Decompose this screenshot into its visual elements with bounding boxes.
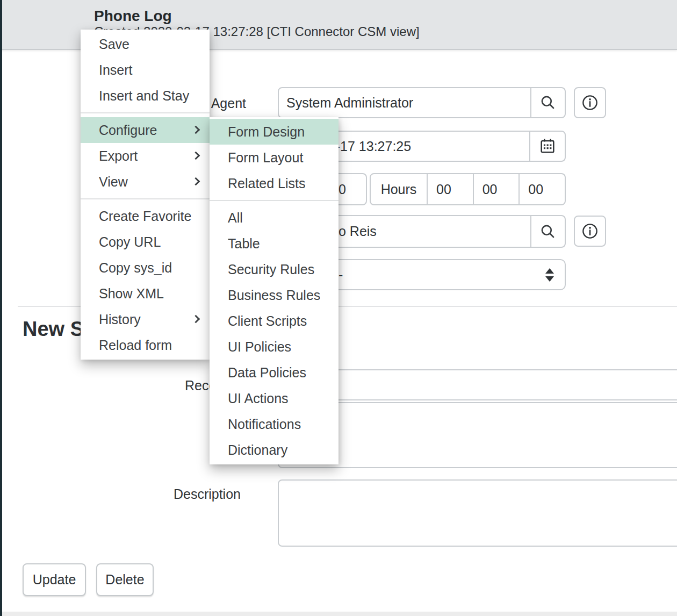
duration-seconds-field[interactable]: 00: [518, 174, 565, 204]
agent-reference-field[interactable]: System Administrator: [278, 87, 566, 118]
search-icon: [539, 94, 557, 111]
submenu-item-client-scripts[interactable]: Client Scripts: [210, 308, 338, 334]
page-title: Phone Log: [94, 8, 172, 25]
description-field-label: Description: [139, 486, 241, 502]
submenu-item-ui-actions[interactable]: UI Actions: [210, 385, 338, 411]
submenu-item-form-design[interactable]: Form Design: [210, 119, 338, 145]
menu-item-history[interactable]: History: [81, 306, 210, 332]
app-frame-edge: [0, 0, 2, 616]
duration-time-group: Hours 00 00 00: [370, 173, 566, 205]
description-textarea[interactable]: [278, 479, 677, 547]
menu-item-insert-and-stay[interactable]: Insert and Stay: [81, 83, 210, 109]
chevron-right-icon: [192, 315, 200, 324]
update-button[interactable]: Update: [23, 563, 86, 596]
duration-minutes-field[interactable]: 00: [473, 174, 519, 204]
menu-item-copy-url[interactable]: Copy URL: [81, 229, 210, 255]
search-icon: [539, 223, 557, 240]
menu-item-show-xml[interactable]: Show XML: [81, 281, 210, 306]
agent-field-value[interactable]: System Administrator: [279, 88, 530, 117]
menu-item-create-favorite[interactable]: Create Favorite: [81, 203, 210, 229]
configure-submenu: Form Design Form Layout Related Lists Al…: [210, 117, 338, 464]
hours-label: Hours: [371, 174, 427, 204]
menu-separator: [210, 200, 338, 201]
contact-preview-button[interactable]: [574, 216, 606, 247]
calendar-picker-button[interactable]: [529, 132, 565, 161]
info-icon: [581, 94, 599, 111]
contact-lookup-button[interactable]: [530, 216, 565, 247]
submenu-item-all[interactable]: All: [210, 205, 338, 231]
submenu-item-notifications[interactable]: Notifications: [210, 411, 338, 437]
submenu-item-security-rules[interactable]: Security Rules: [210, 256, 338, 282]
menu-item-reload-form[interactable]: Reload form: [81, 332, 210, 358]
menu-item-copy-sys-id[interactable]: Copy sys_id: [81, 255, 210, 281]
menu-item-export[interactable]: Export: [81, 143, 210, 169]
menu-separator: [81, 198, 210, 199]
submenu-item-related-lists[interactable]: Related Lists: [210, 170, 338, 196]
chevron-right-icon: [192, 177, 200, 186]
horizontal-scrollbar-track[interactable]: [0, 612, 677, 616]
select-spinner-icon: [539, 268, 560, 282]
calendar-icon: [538, 137, 557, 155]
submenu-item-ui-policies[interactable]: UI Policies: [210, 334, 338, 360]
form-context-menu: Save Insert Insert and Stay Configure Ex…: [81, 30, 210, 360]
menu-item-insert[interactable]: Insert: [81, 57, 210, 83]
chevron-right-icon: [192, 152, 200, 160]
submenu-item-business-rules[interactable]: Business Rules: [210, 282, 338, 308]
info-icon: [581, 223, 599, 240]
menu-item-configure[interactable]: Configure: [81, 117, 210, 143]
menu-item-view[interactable]: View: [81, 169, 210, 195]
chevron-right-icon: [192, 126, 200, 134]
menu-item-save[interactable]: Save: [81, 31, 210, 57]
agent-lookup-button[interactable]: [530, 88, 565, 117]
duration-hours-field[interactable]: 00: [427, 174, 473, 204]
submenu-item-table[interactable]: Table: [210, 231, 338, 256]
delete-button[interactable]: Delete: [96, 563, 154, 596]
menu-separator: [81, 112, 210, 113]
submenu-item-dictionary[interactable]: Dictionary: [210, 437, 338, 463]
submenu-item-form-layout[interactable]: Form Layout: [210, 145, 338, 170]
submenu-item-data-policies[interactable]: Data Policies: [210, 360, 338, 385]
agent-preview-button[interactable]: [574, 87, 606, 118]
